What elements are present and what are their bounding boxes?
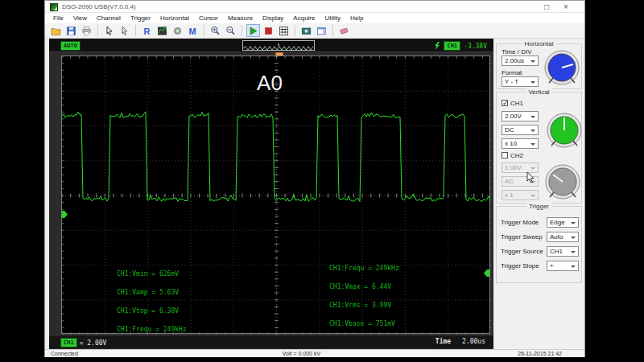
zoom-in-icon[interactable] bbox=[208, 24, 222, 37]
trigger-level-value: -3.38V bbox=[464, 43, 487, 50]
waveform-preview-box[interactable] bbox=[242, 40, 315, 51]
autoset-icon[interactable] bbox=[277, 24, 291, 37]
preview-waveform bbox=[243, 43, 314, 52]
measurement-readout: CH1:Vbase = 751mV bbox=[329, 315, 399, 333]
vertical-group: Vertical CH1 2.00V DC x 10 CH2 1.00V AC … bbox=[496, 92, 582, 204]
app-window: DSO-2090 USB(V7.0.0.4) □ × FileViewChann… bbox=[44, 0, 585, 357]
toolbar-separator bbox=[135, 25, 136, 36]
connection-status: Connected bbox=[51, 351, 78, 356]
datetime-status: 26-11-2015 21:42 bbox=[518, 351, 562, 356]
mouse-cursor bbox=[526, 172, 535, 183]
channel-volts-div: = 2.00V bbox=[80, 339, 107, 347]
trigger-mode-select[interactable]: Edge bbox=[547, 217, 579, 228]
channel1-position-marker[interactable] bbox=[62, 211, 68, 218]
trigger-slope-label: Trigger Slope bbox=[501, 262, 539, 269]
print-icon[interactable] bbox=[80, 24, 93, 37]
open-icon[interactable] bbox=[49, 24, 63, 37]
trigger-sweep-select[interactable]: Auto bbox=[547, 232, 579, 242]
menu-item-display[interactable]: Display bbox=[258, 13, 288, 23]
ch1-checkbox[interactable]: CH1 bbox=[502, 100, 523, 107]
measurement-readout: CH1:Vrms = 3.99V bbox=[329, 296, 399, 315]
toolbar-separator bbox=[242, 25, 242, 36]
menu-item-acquire[interactable]: Acquire bbox=[288, 13, 320, 23]
cursor-track-icon[interactable] bbox=[118, 24, 131, 37]
measurement-readout: CH1:Vamp = 5.63V bbox=[117, 283, 187, 302]
timebase-readout: Time2.00us bbox=[436, 338, 485, 345]
toolbar-separator bbox=[204, 25, 204, 36]
ch2-position-knob[interactable] bbox=[545, 164, 580, 200]
ch1-checkbox-box bbox=[502, 100, 508, 106]
ch1-position-knob[interactable] bbox=[547, 113, 582, 148]
svg-text:R: R bbox=[144, 26, 151, 35]
trigger-sweep-label: Trigger Sweep bbox=[501, 233, 543, 241]
measurements-right: CH1:Frequ = 249kHzCH1:Vmax = 6.44VCH1:Vr… bbox=[329, 259, 399, 333]
menu-item-channel[interactable]: Channel bbox=[92, 13, 126, 23]
measurement-readout: CH1:Frequ = 249kHz bbox=[329, 259, 399, 278]
measurements-left: CH1:Vmin = 626mVCH1:Vamp = 5.63VCH1:Vtop… bbox=[117, 265, 187, 339]
refresh-r-icon[interactable]: R bbox=[140, 24, 154, 37]
measurement-readout: CH1:Vmax = 6.44V bbox=[329, 278, 399, 296]
trigger-source-label: Trigger Source bbox=[501, 248, 543, 255]
menu-item-measure[interactable]: Measure bbox=[223, 13, 258, 23]
maximize-button[interactable]: □ bbox=[539, 2, 554, 12]
filter-icon[interactable] bbox=[171, 24, 184, 37]
menu-item-help[interactable]: Help bbox=[345, 13, 368, 23]
erase-icon[interactable] bbox=[337, 24, 351, 37]
trigger-lightning-icon bbox=[434, 42, 440, 51]
trigger-header: Trigger bbox=[526, 203, 551, 210]
cursor-select-icon[interactable] bbox=[102, 24, 116, 37]
ch1-probe-select[interactable]: x 10 bbox=[502, 138, 539, 149]
start-icon[interactable] bbox=[246, 24, 260, 37]
trigger-mode-label: Trigger Mode bbox=[501, 219, 539, 226]
title-bar: DSO-2090 USB(V7.0.0.4) □ × bbox=[45, 1, 584, 13]
trigger-level-marker[interactable] bbox=[483, 269, 489, 277]
menu-item-cursor[interactable]: Cursor bbox=[194, 13, 223, 23]
format-select[interactable]: Y - T bbox=[502, 76, 539, 87]
waveform-annotation: A0 bbox=[257, 71, 283, 96]
graticule-plot-area[interactable]: A0 CH1:Vmin = 626mVCH1:Vamp = 5.63VCH1:V… bbox=[61, 56, 490, 334]
close-button[interactable]: × bbox=[559, 2, 573, 12]
trigger-readout: CH1 -3.38V bbox=[434, 41, 487, 51]
menu-item-utility[interactable]: Utility bbox=[320, 13, 345, 23]
app-icon bbox=[50, 3, 58, 11]
save-icon[interactable] bbox=[64, 24, 78, 37]
time-div-select[interactable]: 2.00us bbox=[502, 56, 539, 66]
menu-item-trigger[interactable]: Trigger bbox=[126, 13, 155, 23]
trigger-slope-select[interactable]: + bbox=[547, 261, 579, 271]
toolbar-separator bbox=[332, 25, 333, 36]
horizontal-header: Horizontal bbox=[522, 40, 555, 47]
scope-status-top: AUTO CH1 -3.38V bbox=[49, 39, 493, 52]
svg-text:M: M bbox=[189, 26, 196, 35]
vertical-header: Vertical bbox=[526, 88, 551, 96]
horizontal-group: Horizontal Time / DIV 2.00us Format Y - … bbox=[496, 43, 582, 89]
panel-toggle-icon[interactable] bbox=[315, 24, 328, 37]
ch1-coupling-select[interactable]: DC bbox=[502, 125, 539, 135]
toolbar: RM bbox=[45, 23, 584, 39]
trigger-source-select[interactable]: CH1 bbox=[547, 246, 579, 257]
channel-readout: CH1 = 2.00V bbox=[60, 338, 106, 348]
menu-item-view[interactable]: View bbox=[68, 13, 92, 23]
menu-item-file[interactable]: File bbox=[48, 13, 68, 23]
scope-status-bottom: CH1 = 2.00V Time2.00us bbox=[49, 335, 493, 348]
ch2-probe-select[interactable]: x 1 bbox=[502, 190, 539, 200]
trigger-channel-badge: CH1 bbox=[444, 41, 460, 51]
horizontal-knob[interactable] bbox=[544, 50, 580, 85]
status-bar: Connected Volt = 0.000 kV 26-11-2015 21:… bbox=[45, 349, 584, 357]
time-div-label: Time / DIV bbox=[502, 48, 531, 56]
ch2-checkbox[interactable]: CH2 bbox=[502, 152, 523, 159]
ch2-label: CH2 bbox=[510, 152, 523, 159]
format-label: Format bbox=[502, 69, 522, 76]
math-icon[interactable]: M bbox=[186, 24, 200, 37]
volt-status: Volt = 0.000 kV bbox=[283, 351, 320, 356]
fft-icon[interactable] bbox=[155, 24, 169, 37]
stop-icon[interactable] bbox=[262, 24, 275, 37]
ch1-volts-select[interactable]: 2.00V bbox=[502, 111, 539, 121]
capture-icon[interactable] bbox=[299, 24, 313, 37]
ch1-label: CH1 bbox=[510, 100, 523, 107]
toolbar-separator bbox=[97, 25, 98, 36]
zoom-out-icon[interactable] bbox=[224, 24, 237, 37]
trigger-group: Trigger Trigger ModeEdgeTrigger SweepAut… bbox=[496, 206, 582, 283]
ch2-checkbox-box bbox=[502, 152, 508, 158]
measurement-readout: CH1:Vmin = 626mV bbox=[117, 265, 187, 283]
menu-item-horizontal[interactable]: Horizontal bbox=[155, 13, 194, 23]
